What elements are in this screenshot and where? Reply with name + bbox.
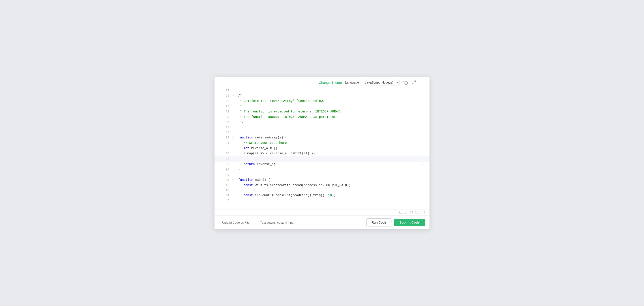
- footer: ↑ Upload Code as File Test against custo…: [214, 216, 430, 229]
- expand-icon: [412, 80, 416, 85]
- table-row: 37: [214, 156, 430, 162]
- table-row: 45: [214, 198, 430, 203]
- restore-button[interactable]: [402, 79, 409, 86]
- table-row: 36 a.map(el => { reverse_a.unshift(el) }…: [214, 151, 430, 156]
- svg-line-1: [412, 83, 414, 84]
- toolbar-icons: [402, 79, 426, 86]
- footer-right: Run Code Submit Code: [366, 218, 425, 226]
- test-toggle: Test against custom input: [255, 221, 294, 224]
- table-row: 41 ▾ function main() {: [214, 178, 430, 183]
- language-label: Language: [345, 81, 359, 84]
- more-icon: [420, 80, 424, 85]
- table-row: 26 * Complete the 'reverseArray' functio…: [214, 98, 430, 104]
- status-text: Line: 37 Col: 5: [399, 211, 426, 214]
- table-row: 31: [214, 125, 430, 130]
- svg-point-4: [422, 84, 422, 84]
- svg-point-2: [422, 81, 422, 82]
- table-row: 42 const ws = fs.createWriteStream(proce…: [214, 183, 430, 188]
- table-row: 33 ▾ function reverseArray(a) {: [214, 135, 430, 140]
- svg-point-3: [422, 82, 422, 83]
- table-row: 43: [214, 188, 430, 193]
- upload-label: Upload Code as File: [222, 221, 250, 224]
- submit-code-button[interactable]: Submit Code: [394, 219, 425, 226]
- table-row: 38 return reverse_a; —: [214, 162, 430, 167]
- test-toggle-label: Test against custom input: [260, 221, 294, 224]
- code-lines: 24 25 ▾ /* 26 * Complete the 'reverseArr…: [214, 88, 430, 203]
- editor-container: Change Theme Language JavaScript (Node.j…: [214, 77, 430, 229]
- run-code-button[interactable]: Run Code: [366, 218, 392, 226]
- test-toggle-checkbox[interactable]: [255, 221, 258, 224]
- table-row: 27 *: [214, 104, 430, 109]
- upload-button[interactable]: ↑ Upload Code as File: [219, 220, 250, 224]
- more-button[interactable]: [418, 79, 426, 86]
- table-row: 24: [214, 88, 430, 93]
- table-row: 32: [214, 130, 430, 135]
- change-theme-button[interactable]: Change Theme: [318, 80, 342, 85]
- table-row: 34 // Write your code here: [214, 140, 430, 146]
- code-area[interactable]: 24 25 ▾ /* 26 * Complete the 'reverseArr…: [214, 88, 430, 209]
- expand-button[interactable]: [410, 79, 418, 86]
- table-row: 44 const arrCount = parseInt(readLine().…: [214, 193, 430, 198]
- svg-line-0: [414, 81, 416, 82]
- table-row: 40: [214, 172, 430, 178]
- status-bar: Line: 37 Col: 5: [214, 209, 430, 216]
- table-row: 39 }: [214, 167, 430, 172]
- table-row: 35 let reverse_a = []: [214, 146, 430, 151]
- upload-icon: ↑: [219, 220, 221, 224]
- table-row: 25 ▾ /*: [214, 93, 430, 98]
- table-row: 28 * The function is expected to return …: [214, 109, 430, 114]
- language-select[interactable]: JavaScript (Node.js) Python 3 Java C++ C: [362, 79, 400, 86]
- table-row: 30 */: [214, 120, 430, 125]
- table-row: 29 * The function accepts INTEGER_ARRAY …: [214, 114, 430, 120]
- restore-icon: [404, 80, 408, 85]
- toolbar: Change Theme Language JavaScript (Node.j…: [214, 77, 430, 88]
